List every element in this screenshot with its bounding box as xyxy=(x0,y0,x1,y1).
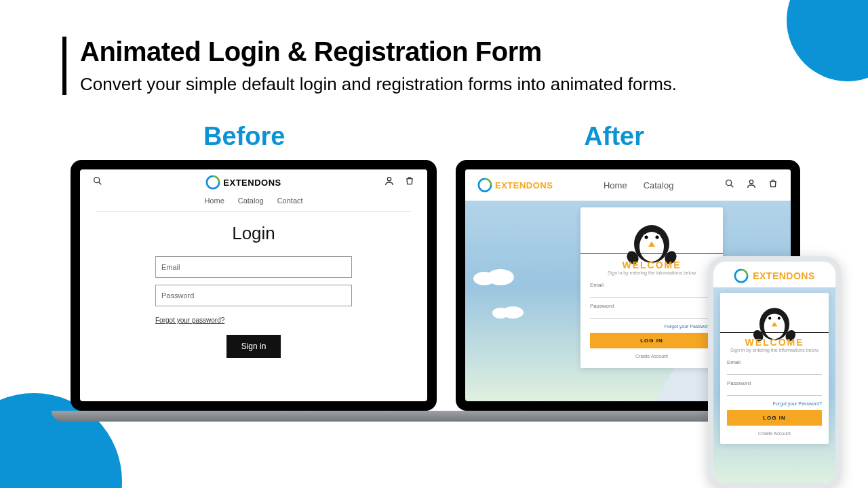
password-field[interactable] xyxy=(590,310,713,319)
divider xyxy=(720,332,829,333)
password-field[interactable] xyxy=(727,388,822,396)
page-title: Animated Login & Registration Form xyxy=(80,37,677,67)
decorative-blob-top-right xyxy=(787,0,868,81)
create-account-link[interactable]: Create Account xyxy=(590,354,713,359)
laptop-before-frame: EXTENDONS Home Catalog Contact Login Ema… xyxy=(71,160,437,411)
welcome-subtext: Sign in by entering the informations bel… xyxy=(590,270,713,275)
cart-icon[interactable] xyxy=(404,176,415,189)
search-icon[interactable] xyxy=(92,176,103,189)
svg-point-5 xyxy=(749,180,753,184)
user-icon[interactable] xyxy=(384,176,395,189)
welcome-subtext: Sign in by entering the informations bel… xyxy=(727,348,822,352)
nav-contact[interactable]: Contact xyxy=(277,197,303,205)
password-field[interactable]: Password xyxy=(155,285,352,306)
brand-name: EXTENDONS xyxy=(495,180,553,190)
divider xyxy=(580,253,723,254)
svg-point-7 xyxy=(487,269,514,285)
nav-home[interactable]: Home xyxy=(604,180,627,190)
penguin-icon xyxy=(751,300,797,342)
cart-icon[interactable] xyxy=(768,178,778,192)
password-label: Password xyxy=(590,303,713,309)
phone-background: WELCOME Sign in by entering the informat… xyxy=(713,287,835,483)
email-label: Email xyxy=(727,359,822,365)
phone-navbar: EXTENDONS xyxy=(713,262,835,287)
svg-point-26 xyxy=(768,317,771,319)
login-form: Email Password Forgot your password? Sig… xyxy=(155,256,352,358)
before-subnav: Home Catalog Contact xyxy=(80,194,427,211)
brand-logo[interactable]: EXTENDONS xyxy=(477,178,553,192)
phone-screen: EXTENDONS WELCOME Sign in by entering th… xyxy=(713,262,835,483)
create-account-link[interactable]: Create Account xyxy=(727,431,822,436)
page-header: Animated Login & Registration Form Conve… xyxy=(62,37,677,95)
svg-line-1 xyxy=(99,182,102,185)
cloud-icon xyxy=(490,305,526,319)
nav-home[interactable]: Home xyxy=(204,197,224,205)
svg-point-3 xyxy=(726,180,732,186)
forgot-password-link[interactable]: Forgot your password? xyxy=(155,317,224,324)
login-card: WELCOME Sign in by entering the informat… xyxy=(580,207,723,368)
forgot-password-link[interactable]: Forgot your Password? xyxy=(590,324,713,329)
phone-frame: EXTENDONS WELCOME Sign in by entering th… xyxy=(708,256,841,488)
brand-logo-icon xyxy=(734,268,749,283)
penguin-icon xyxy=(625,216,679,264)
before-screen: EXTENDONS Home Catalog Contact Login Ema… xyxy=(80,169,427,401)
page-subtitle: Convert your simple default login and re… xyxy=(80,74,677,95)
search-icon[interactable] xyxy=(724,178,735,192)
svg-point-27 xyxy=(778,317,781,319)
svg-line-4 xyxy=(731,185,734,188)
after-navbar: EXTENDONS Home Catalog xyxy=(465,169,791,201)
after-label: After xyxy=(584,122,644,151)
password-label: Password xyxy=(727,380,822,386)
user-icon[interactable] xyxy=(746,178,757,192)
nav-catalog[interactable]: Catalog xyxy=(238,197,264,205)
svg-point-0 xyxy=(94,178,100,183)
before-label: Before xyxy=(203,122,285,151)
brand-name: EXTENDONS xyxy=(223,178,281,188)
laptop-before-base xyxy=(52,411,457,422)
nav-catalog[interactable]: Catalog xyxy=(644,180,674,190)
svg-point-18 xyxy=(656,236,659,239)
forgot-password-link[interactable]: Forgot your Password? xyxy=(727,401,822,406)
email-field[interactable] xyxy=(727,367,822,375)
phone-login-card: WELCOME Sign in by entering the informat… xyxy=(720,293,829,444)
email-field[interactable]: Email xyxy=(155,256,352,278)
divider xyxy=(96,211,411,212)
login-title: Login xyxy=(80,223,427,244)
sign-in-button[interactable]: Sign in xyxy=(226,335,281,358)
svg-point-2 xyxy=(387,178,391,181)
email-label: Email xyxy=(590,282,713,288)
svg-point-17 xyxy=(645,236,648,239)
before-navbar: EXTENDONS xyxy=(80,169,427,194)
brand-name: EXTENDONS xyxy=(753,270,815,281)
welcome-heading: WELCOME xyxy=(590,260,713,270)
cloud-icon xyxy=(472,268,519,285)
login-button[interactable]: LOG IN xyxy=(590,333,713,348)
welcome-heading: WELCOME xyxy=(727,337,822,348)
svg-point-9 xyxy=(502,306,524,319)
brand-logo[interactable]: EXTENDONS xyxy=(205,175,281,190)
email-field[interactable] xyxy=(590,289,713,298)
login-button[interactable]: LOG IN xyxy=(727,410,822,426)
